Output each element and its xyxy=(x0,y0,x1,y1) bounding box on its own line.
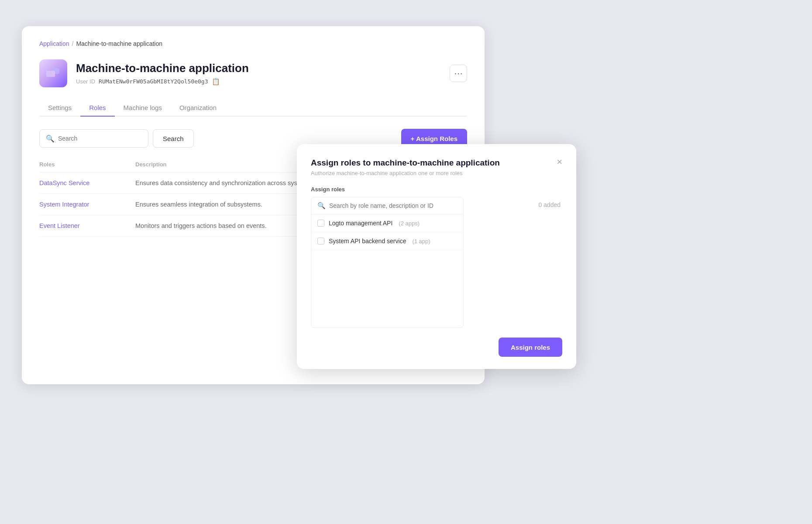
role-list: Logto management API (2 apps) System API… xyxy=(311,214,463,328)
app-icon-svg xyxy=(44,64,63,83)
role-apps-logto: (2 apps) xyxy=(399,220,420,227)
added-count: 0 added xyxy=(471,201,562,208)
breadcrumb-separator: / xyxy=(72,40,74,47)
breadcrumb-link[interactable]: Application xyxy=(39,40,69,47)
role-apps-sysapi: (1 app) xyxy=(412,238,430,245)
role-name-logto: Logto management API xyxy=(329,220,392,227)
dialog-title: Assign roles to machine-to-machine appli… xyxy=(311,158,500,168)
role-checkbox-logto[interactable] xyxy=(317,220,324,227)
role-list-item-logto[interactable]: Logto management API (2 apps) xyxy=(311,214,463,232)
tabs: Settings Roles Machine logs Organization xyxy=(39,100,467,117)
role-link-datasync[interactable]: DataSync Service xyxy=(39,179,89,186)
dialog-search-icon: 🔍 xyxy=(317,202,326,210)
dialog-subtitle: Authorize machine-to-machine application… xyxy=(311,170,500,176)
uid-label: User ID xyxy=(76,78,95,85)
dialog-title-block: Assign roles to machine-to-machine appli… xyxy=(311,158,500,176)
tab-roles[interactable]: Roles xyxy=(80,100,114,117)
app-info: Machine-to-machine application User ID R… xyxy=(76,62,249,86)
app-header-left: Machine-to-machine application User ID R… xyxy=(39,59,249,87)
search-icon: 🔍 xyxy=(46,134,55,143)
copy-icon[interactable]: 📋 xyxy=(212,78,220,86)
dialog-search-input[interactable] xyxy=(329,202,457,209)
close-button[interactable]: × xyxy=(557,157,562,167)
app-icon xyxy=(39,59,67,87)
dialog-role-list-panel: 🔍 Logto management API (2 apps) System A… xyxy=(311,197,464,328)
search-button[interactable]: Search xyxy=(153,129,194,148)
dialog-section-label: Assign roles xyxy=(311,186,562,193)
assign-roles-dialog: Assign roles to machine-to-machine appli… xyxy=(297,144,576,369)
breadcrumb-current: Machine-to-machine application xyxy=(76,40,162,47)
svg-rect-3 xyxy=(52,68,59,74)
app-uid-row: User ID RUMatENw0rFW05aGbMI8tY2Qol50e0g3… xyxy=(76,78,249,86)
tab-organization[interactable]: Organization xyxy=(171,100,225,117)
role-list-item-sysapi[interactable]: System API backend service (1 app) xyxy=(311,232,463,250)
role-checkbox-sysapi[interactable] xyxy=(317,238,324,245)
app-header: Machine-to-machine application User ID R… xyxy=(39,59,467,87)
page-wrapper: Application / Machine-to-machine applica… xyxy=(0,0,812,524)
dialog-assign-roles-button[interactable]: Assign roles xyxy=(499,338,562,357)
dialog-search-wrap: 🔍 xyxy=(311,197,463,214)
dialog-footer: Assign roles xyxy=(311,338,562,357)
search-input-wrap: 🔍 xyxy=(39,129,148,148)
search-input[interactable] xyxy=(58,135,142,142)
role-name-sysapi: System API backend service xyxy=(329,238,406,245)
col-header-roles: Roles xyxy=(39,157,135,172)
search-left: 🔍 Search xyxy=(39,129,194,148)
more-button[interactable]: ⋯ xyxy=(450,65,467,82)
role-link-eventlistener[interactable]: Event Listener xyxy=(39,222,80,229)
dialog-header: Assign roles to machine-to-machine appli… xyxy=(311,158,562,176)
dialog-body: 🔍 Logto management API (2 apps) System A… xyxy=(311,197,562,328)
uid-value: RUMatENw0rFW05aGbMI8tY2Qol50e0g3 xyxy=(99,78,208,85)
role-link-sysintegrator[interactable]: System Integrator xyxy=(39,201,89,208)
app-title: Machine-to-machine application xyxy=(76,62,249,75)
dialog-added-panel: 0 added xyxy=(471,197,562,328)
breadcrumb: Application / Machine-to-machine applica… xyxy=(39,40,467,47)
tab-machine-logs[interactable]: Machine logs xyxy=(115,100,171,117)
tab-settings[interactable]: Settings xyxy=(39,100,80,117)
